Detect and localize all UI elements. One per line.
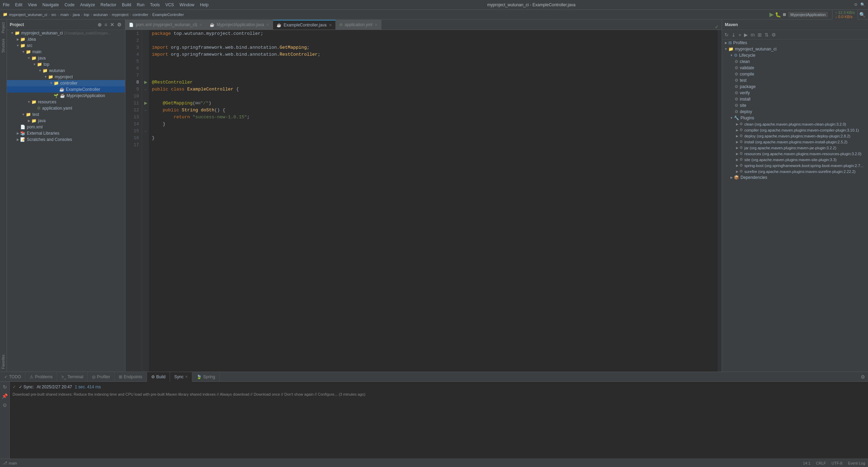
run-class-icon[interactable]: ▶ [144,80,147,85]
maven-item-site[interactable]: ⚙ site [722,102,868,109]
tree-item-controller[interactable]: ▼ 📁 controller [7,80,125,86]
tree-item-main[interactable]: ▼ 📁 main [7,49,125,55]
tree-item-test-java[interactable]: ▶ 📁 java [7,118,125,124]
maven-item-plugin-clean[interactable]: ▶ ⚙ clean (org.apache.maven.plugins:mave… [722,121,868,127]
build-sync-tab[interactable]: Sync ✕ [170,372,192,382]
tree-item-myproject-app[interactable]: ▶ 🌱 ☕ MyprojectApplication [7,93,125,99]
menu-analyze[interactable]: Analyze [80,2,95,7]
maven-skip-btn[interactable]: ⊞ [757,32,763,38]
tab-pom-close[interactable]: ✕ [199,23,202,27]
tab-controller-close[interactable]: ✕ [329,23,332,27]
maven-item-validate[interactable]: ⚙ validate [722,65,868,71]
maven-item-plugin-jar[interactable]: ▶ ⚙ jar (org.apache.maven.plugins:maven-… [722,145,868,151]
maven-item-install[interactable]: ⚙ install [722,96,868,102]
menu-code[interactable]: Code [64,2,75,7]
tree-item-app-yaml[interactable]: ▶ ⚙ application.yaml [7,105,125,111]
tree-item-top[interactable]: ▼ 📁 top [7,61,125,68]
tree-item-scratches[interactable]: ▶ 📝 Scratches and Consoles [7,136,125,143]
maven-item-test[interactable]: ⚙ test [722,77,868,84]
tree-item-src[interactable]: ▼ 📁 src [7,42,125,49]
build-settings-icon[interactable]: ⚙ [861,374,865,380]
stop-button[interactable]: ⏹ [782,12,787,17]
fold-method-icon[interactable]: – [145,108,147,112]
favorites-tool-button[interactable]: Favorites [1,352,5,372]
maven-add-btn[interactable]: + [737,32,742,38]
tree-item-resources[interactable]: ▼ 📁 resources [7,99,125,105]
tab-app-yml[interactable]: ⚙ application.yml ✕ [336,20,381,30]
menu-run[interactable]: Run [137,2,145,7]
fold-class-end-icon[interactable]: – [145,129,147,133]
maven-item-plugin-site[interactable]: ▶ ⚙ site (org.apache.maven.plugins:maven… [722,157,868,163]
menu-view[interactable]: View [28,2,37,7]
tab-yml-close[interactable]: ✕ [374,23,378,27]
maven-item-compile[interactable]: ⚙ compile [722,71,868,77]
tree-item-idea[interactable]: ▶ 📁 .idea [7,36,125,42]
maven-item-clean[interactable]: ⚙ clean [722,58,868,65]
bottom-tab-todo[interactable]: ✓ TODO [0,372,25,382]
maven-item-project[interactable]: ▼ 📁 myproject_wutunan_ci [722,46,868,52]
bottom-tab-build[interactable]: ⚙ Build [147,372,170,382]
fold-bracket-icon[interactable]: – [145,87,147,91]
run-config[interactable]: MyprojectApplication [788,12,828,17]
menu-file[interactable]: File [3,2,9,7]
tree-item-test[interactable]: ▼ 📁 test [7,111,125,118]
menu-tools[interactable]: Tools [150,2,160,7]
sync-tab-close[interactable]: ✕ [185,375,188,379]
tree-item-pom[interactable]: ▶ 📄 pom.xml [7,124,125,130]
maven-run-btn[interactable]: ▶ [743,32,749,38]
maven-m-btn[interactable]: m [750,32,756,38]
menu-navigate[interactable]: Navigate [42,2,59,7]
add-icon[interactable]: ⊕ [97,22,102,27]
maven-item-plugin-surefire[interactable]: ▶ ⚙ surefire (org.apache.maven.plugins:m… [722,168,868,174]
project-tool-button[interactable]: Project [1,19,5,36]
maven-download-btn[interactable]: ⤓ [730,32,737,38]
maven-toggle-btn[interactable]: ⇅ [764,32,770,38]
code-content[interactable]: package top.wutunan.myproject.controller… [149,30,718,372]
run-method-icon[interactable]: ▶ [144,101,147,105]
maven-item-plugin-install[interactable]: ▶ ⚙ install (org.apache.maven.plugins:ma… [722,139,868,145]
maven-item-dependencies[interactable]: ▶ 📦 Dependencies [722,174,868,181]
maven-item-profiles[interactable]: ▶ ⊞ Profiles [722,40,868,46]
build-filter-icon[interactable]: ⊙ [1,401,9,409]
maven-item-plugin-spring-boot[interactable]: ▶ ⚙ spring-boot (org.springframework.boo… [722,163,868,168]
tree-item-root[interactable]: ▼ 📁 myproject_wutunan_ci D:\code\java_co… [7,30,125,36]
maven-item-plugin-compiler[interactable]: ▶ ⚙ compiler (org.apache.maven.plugins:m… [722,127,868,133]
menu-build[interactable]: Build [122,2,131,7]
tab-app-close[interactable]: ✕ [266,23,269,27]
build-refresh-icon[interactable]: ↻ [1,383,9,391]
maven-item-verify[interactable]: ⚙ verify [722,90,868,96]
tab-app-java[interactable]: ☕ MyprojectApplication.java ✕ [206,20,273,30]
tab-pom-xml[interactable]: 📄 pom.xml (myproject_wutunan_ci) ✕ [125,20,206,30]
close-panel-icon[interactable]: ✕ [109,22,115,27]
tree-item-myproject[interactable]: ▼ 📁 myproject [7,74,125,80]
collapse-all-icon[interactable]: ≡ [104,22,108,27]
menu-window[interactable]: Window [179,2,194,7]
maven-refresh-btn[interactable]: ↻ [723,32,730,38]
code-editor[interactable]: 1 2 3 4 5 6 7 8 9 10 11 12 13 14 15 16 1… [125,30,722,372]
menu-bar[interactable]: File Edit View Navigate Code Analyze Ref… [3,2,209,7]
structure-tool-button[interactable]: Structure [1,36,5,56]
tree-item-java[interactable]: ▼ 📁 java [7,55,125,61]
bottom-tab-terminal[interactable]: >_ Terminal [57,372,88,382]
tree-item-example-controller[interactable]: ▶ ☕ ExampleController [7,86,125,93]
bottom-tab-problems[interactable]: ⚠ Problems [25,372,57,382]
tree-item-ext-libs[interactable]: ▶ 📚 External Libraries [7,130,125,136]
tree-item-wutunan[interactable]: ▼ 📁 wutunan [7,68,125,74]
event-log[interactable]: Event Log [848,461,865,465]
tab-example-controller[interactable]: ☕ ExampleController.java ✕ [273,20,335,30]
menu-refactor[interactable]: Refactor [101,2,116,7]
maven-settings-btn[interactable]: ⚙ [770,32,777,38]
menu-vcs[interactable]: VCS [165,2,174,7]
debug-button[interactable]: 🐛 [775,12,781,17]
settings-panel-icon[interactable]: ⚙ [116,22,122,27]
build-pin-icon[interactable]: 📌 [1,392,9,400]
maven-item-lifecycle[interactable]: ▼ ⚙ Lifecycle [722,52,868,58]
bottom-tab-spring[interactable]: 🍃 Spring [192,372,220,382]
maven-item-plugin-resources[interactable]: ▶ ⚙ resources (org.apache.maven.plugins:… [722,151,868,157]
maven-item-package[interactable]: ⚙ package [722,84,868,90]
bottom-tab-endpoints[interactable]: ⊞ Endpoints [115,372,147,382]
menu-help[interactable]: Help [200,2,209,7]
maven-item-plugin-deploy[interactable]: ▶ ⚙ deploy (org.apache.maven.plugins:mav… [722,133,868,139]
run-button[interactable]: ▶ [769,11,774,18]
bottom-tab-profiler[interactable]: ◎ Profiler [88,372,115,382]
